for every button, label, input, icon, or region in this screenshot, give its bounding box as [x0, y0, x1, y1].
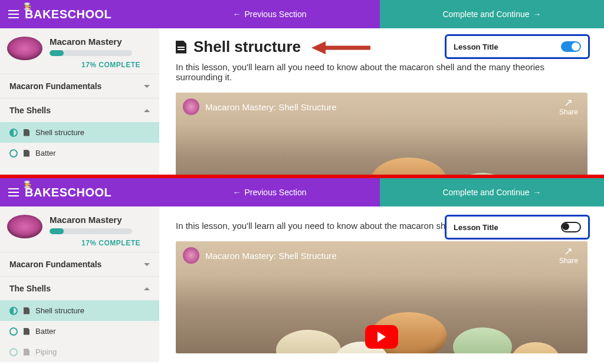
- course-header: Macaron Mastery 17% COMPLETE: [0, 206, 159, 252]
- progress-text: 17% COMPLETE: [50, 239, 152, 247]
- brand-area: 👨‍🍳BAKESCHOOL: [0, 178, 159, 206]
- chevron-down-icon: [144, 85, 150, 88]
- progress-half-icon: [9, 129, 18, 137]
- brand-logo[interactable]: 👨‍🍳BAKESCHOOL: [25, 8, 111, 21]
- course-header: Macaron Mastery 17% COMPLETE: [0, 28, 159, 74]
- annotation-arrow-icon: [311, 39, 370, 57]
- document-icon: [176, 41, 186, 54]
- document-icon: [24, 349, 29, 356]
- chevron-down-icon: [144, 263, 150, 266]
- example-toggle-off: 👨‍🍳BAKESCHOOL ← Previous Section Complet…: [0, 178, 604, 364]
- share-icon: ↗: [559, 246, 578, 257]
- video-title: Macaron Mastery: Shell Structure: [205, 251, 337, 261]
- previous-section-button[interactable]: ← Previous Section: [159, 178, 380, 206]
- topbar: 👨‍🍳BAKESCHOOL ← Previous Section Complet…: [0, 0, 604, 28]
- lesson-piping[interactable]: Piping: [0, 342, 159, 362]
- lesson-title-toggle[interactable]: [561, 222, 581, 232]
- lesson-batter[interactable]: Batter: [0, 321, 159, 342]
- lesson-video[interactable]: Macaron Mastery: Shell Structure ↗ Share: [176, 241, 587, 353]
- progress-empty-icon: [9, 149, 18, 158]
- toggle-label: Lesson Title: [454, 42, 498, 51]
- complete-continue-button[interactable]: Complete and Continue →: [380, 0, 604, 28]
- lesson-title: Shell structure: [193, 38, 301, 56]
- progress-text: 17% COMPLETE: [50, 61, 152, 69]
- lesson-shell-structure[interactable]: Shell structure: [0, 122, 159, 143]
- example-toggle-on: 👨‍🍳BAKESCHOOL ← Previous Section Complet…: [0, 0, 604, 175]
- lesson-title-toggle-callout: Lesson Title: [445, 34, 590, 59]
- arrow-right-icon: →: [533, 188, 541, 197]
- lesson-title-toggle[interactable]: [561, 41, 581, 52]
- video-title: Macaron Mastery: Shell Structure: [205, 102, 337, 112]
- progress-half-icon: [9, 307, 18, 315]
- lesson-title-toggle-callout: Lesson Title: [445, 215, 590, 240]
- section-shells[interactable]: The Shells: [0, 276, 159, 300]
- topbar: 👨‍🍳BAKESCHOOL ← Previous Section Complet…: [0, 178, 604, 206]
- arrow-left-icon: ←: [232, 9, 241, 19]
- progress-bar: [50, 50, 132, 56]
- progress-empty-icon: [9, 348, 18, 356]
- progress-empty-icon: [9, 327, 18, 336]
- share-icon: ↗: [559, 97, 578, 108]
- progress-bar: [50, 228, 132, 234]
- play-icon[interactable]: [365, 325, 398, 349]
- lesson-description: In this lesson, you'll learn all you nee…: [176, 62, 587, 82]
- document-icon: [24, 150, 29, 157]
- section-fundamentals[interactable]: Macaron Fundamentals: [0, 74, 159, 98]
- menu-icon[interactable]: [8, 188, 19, 196]
- arrow-right-icon: →: [533, 9, 541, 19]
- main-content: Lesson Title Shell structure In this les…: [159, 28, 604, 175]
- course-thumbnail: [7, 215, 42, 238]
- brand-area: 👨‍🍳BAKESCHOOL: [0, 0, 159, 28]
- channel-avatar: [183, 99, 199, 115]
- toggle-label: Lesson Title: [454, 223, 498, 232]
- document-icon: [24, 328, 29, 335]
- sidebar: Macaron Mastery 17% COMPLETE Macaron Fun…: [0, 28, 159, 175]
- chevron-up-icon: [144, 287, 150, 290]
- lesson-shell-structure[interactable]: Shell structure: [0, 300, 159, 321]
- course-thumbnail: [7, 37, 42, 60]
- chevron-up-icon: [144, 109, 150, 112]
- document-icon: [24, 129, 29, 136]
- sidebar: Macaron Mastery 17% COMPLETE Macaron Fun…: [0, 206, 159, 362]
- document-icon: [24, 307, 29, 314]
- lesson-batter[interactable]: Batter: [0, 143, 159, 163]
- previous-section-button[interactable]: ← Previous Section: [159, 0, 380, 28]
- brand-logo[interactable]: 👨‍🍳BAKESCHOOL: [25, 186, 111, 199]
- share-button[interactable]: ↗ Share: [559, 246, 578, 265]
- lesson-video[interactable]: Macaron Mastery: Shell Structure ↗ Share: [176, 93, 587, 175]
- course-title: Macaron Mastery: [50, 37, 152, 47]
- main-content: Lesson Title In this lesson, you'll lear…: [159, 206, 604, 362]
- section-fundamentals[interactable]: Macaron Fundamentals: [0, 252, 159, 276]
- course-title: Macaron Mastery: [50, 215, 152, 225]
- arrow-left-icon: ←: [232, 188, 241, 197]
- complete-continue-button[interactable]: Complete and Continue →: [380, 178, 604, 206]
- channel-avatar: [183, 247, 199, 264]
- chef-hat-icon: 👨‍🍳: [24, 181, 32, 188]
- section-shells[interactable]: The Shells: [0, 98, 159, 122]
- chef-hat-icon: 👨‍🍳: [24, 2, 32, 10]
- share-button[interactable]: ↗ Share: [559, 97, 578, 116]
- menu-icon[interactable]: [8, 10, 19, 18]
- svg-marker-1: [311, 41, 326, 54]
